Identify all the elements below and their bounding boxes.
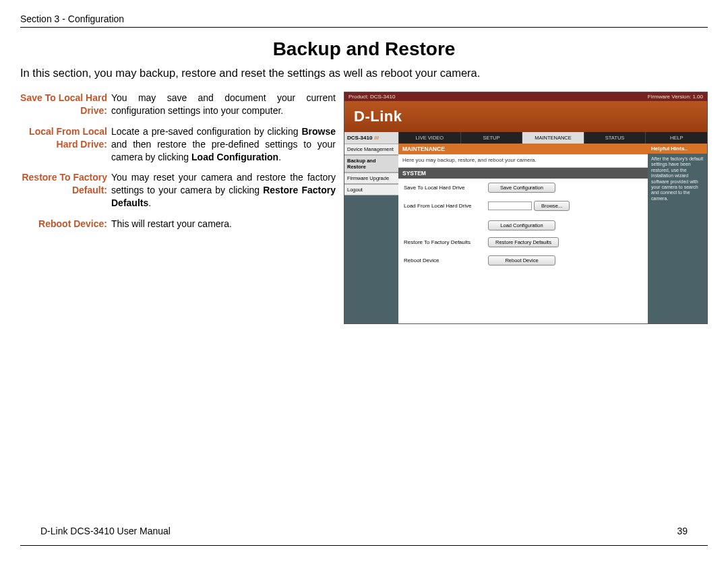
sidebar-item-device[interactable]: Device Management (344, 144, 398, 155)
def-body: Locate a pre-saved configuration by clic… (111, 125, 336, 164)
product-label: Product: DCS-3410 (348, 94, 395, 100)
tab-live-video[interactable]: LIVE VIDEO (398, 132, 460, 144)
file-path-input[interactable] (488, 201, 532, 210)
restore-label: Restore To Factory Defaults (404, 239, 488, 245)
section-header: Section 3 - Configuration (20, 13, 708, 24)
def-term-line2: Hard Drive: (57, 139, 107, 150)
def-body: You may reset your camera and restore th… (111, 171, 336, 210)
def-term-line2: Drive: (80, 105, 107, 116)
def-restore: Restore To Factory Default: You may rese… (20, 171, 336, 210)
footer-rule (20, 545, 708, 546)
maintenance-desc: Here you may backup, restore, and reboot… (398, 154, 648, 168)
header-rule (20, 27, 708, 28)
def-term-line1: Save To Local Hard (20, 92, 107, 103)
footer-manual: D-Link DCS-3410 User Manual (40, 526, 171, 536)
model-badge: DCS-3410/// (344, 132, 398, 144)
load-label: Load From Local Hard Drive (404, 203, 488, 209)
sidebar-item-logout[interactable]: Logout (344, 184, 398, 195)
system-header: SYSTEM (398, 168, 648, 179)
load-config-button[interactable]: Load Configuration (488, 220, 555, 230)
sidebar: Device Management Backup and Restore Fir… (344, 144, 398, 323)
firmware-label: Firmware Version: 1.00 (648, 94, 703, 100)
def-term-line1: Reboot Device: (38, 218, 107, 229)
def-body: This will restart your camera. (111, 218, 336, 230)
tab-maintenance[interactable]: MAINTENANCE (522, 132, 584, 144)
save-config-button[interactable]: Save Configuration (488, 183, 555, 193)
sidebar-item-firmware[interactable]: Firmware Upgrade (344, 173, 398, 184)
help-title: Helpful Hints.. (648, 144, 707, 154)
tab-help[interactable]: HELP (645, 132, 707, 144)
maintenance-header: MAINTENANCE (398, 144, 648, 154)
definitions-column: Save To Local Hard Drive: You may save a… (20, 92, 336, 324)
def-body: You may save and document your current c… (111, 92, 336, 117)
def-load: Local From Local Hard Drive: Locate a pr… (20, 125, 336, 164)
sidebar-item-backup[interactable]: Backup and Restore (344, 155, 398, 173)
tab-setup[interactable]: SETUP (460, 132, 522, 144)
tab-status[interactable]: STATUS (584, 132, 646, 144)
restore-defaults-button[interactable]: Restore Factory Defaults (488, 237, 559, 247)
reboot-label: Reboot Device (404, 257, 488, 263)
page-title: Backup and Restore (20, 38, 708, 60)
help-text: After the factory's default settings hav… (648, 154, 707, 204)
def-save: Save To Local Hard Drive: You may save a… (20, 92, 336, 117)
reboot-button[interactable]: Reboot Device (488, 255, 555, 266)
main-panel: MAINTENANCE Here you may backup, restore… (398, 144, 648, 323)
def-reboot: Reboot Device: This will restart your ca… (20, 218, 336, 230)
def-term-line2: Default: (72, 185, 107, 195)
browse-button[interactable]: Browse... (534, 201, 570, 211)
intro-text: In this section, you may backup, restore… (20, 67, 708, 80)
def-term-line1: Restore To Factory (22, 172, 107, 183)
ui-screenshot: Product: DCS-3410 Firmware Version: 1.00… (344, 92, 708, 324)
footer-page: 39 (677, 526, 688, 536)
help-pane: Helpful Hints.. After the factory's defa… (648, 144, 707, 323)
brand-logo: D-Link (354, 108, 402, 125)
save-label: Save To Local Hard Drive (404, 185, 488, 191)
def-term-line1: Local From Local (29, 126, 107, 137)
